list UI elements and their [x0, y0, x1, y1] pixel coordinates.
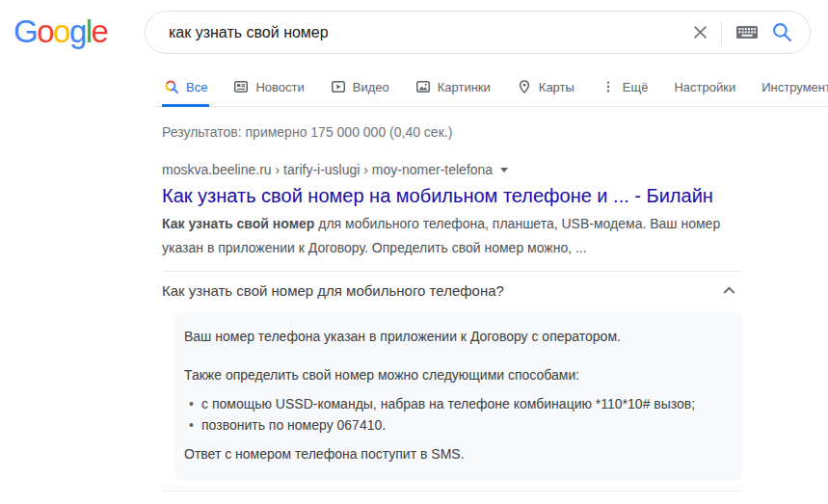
more-dots-icon [601, 79, 616, 94]
answer-bullet-list: с помощью USSD-команды, набрав на телефо… [184, 393, 719, 436]
faq-answer-panel: Ваш номер телефона указан в приложении к… [174, 311, 742, 481]
result-stats: Результатов: примерно 175 000 000 (0,40 … [162, 124, 742, 140]
breadcrumb-text: moskva.beeline.ru › tarify-i-uslugi › mo… [162, 162, 493, 177]
search-result: moskva.beeline.ru › tarify-i-uslugi › mo… [162, 162, 742, 260]
tab-tools[interactable]: Инструменты [761, 80, 828, 94]
answer-paragraph: Также определить свой номер можно следую… [184, 365, 719, 385]
chevron-up-icon[interactable] [722, 283, 736, 298]
tab-label: Картинки [438, 80, 491, 94]
google-logo[interactable]: Google [13, 13, 107, 50]
tab-settings[interactable]: Настройки [674, 80, 735, 94]
faq-item-tablet[interactable]: Как узнать свой номер для планшета? [162, 491, 742, 504]
tab-all[interactable]: Все [164, 79, 207, 94]
tab-label: Инструменты [761, 80, 828, 94]
results-column: Результатов: примерно 175 000 000 (0,40 … [162, 124, 742, 504]
snippet-bold-text: Как узнать свой номер [162, 216, 314, 231]
clear-icon[interactable] [693, 25, 708, 40]
answer-bullet: с помощью USSD-команды, набрав на телефо… [184, 393, 719, 414]
tab-label: Настройки [674, 80, 735, 94]
search-submit-icon[interactable] [772, 22, 792, 42]
tab-label: Видео [353, 80, 389, 94]
search-header: Google [0, 0, 828, 67]
tab-label: Карты [539, 80, 574, 94]
tab-video[interactable]: Видео [331, 79, 389, 94]
answer-paragraph: Ваш номер телефона указан в приложении к… [184, 327, 719, 346]
answer-bullet: позвонить по номеру 067410. [184, 414, 719, 436]
logo-letter: o [53, 13, 69, 50]
breadcrumb-caret-icon[interactable] [500, 168, 508, 172]
logo-letter: o [37, 13, 53, 50]
logo-letter: G [13, 13, 37, 50]
video-icon [331, 79, 346, 94]
results-tabbar: Все Новости Видео Ка [154, 67, 828, 107]
result-title-link[interactable]: Как узнать свой номер на мобильном телеф… [162, 183, 742, 208]
faq-question-text: Как узнать свой номер для мобильного тел… [162, 282, 504, 299]
result-breadcrumb[interactable]: moskva.beeline.ru › tarify-i-uslugi › mo… [162, 162, 742, 177]
colored-search-icon [164, 79, 179, 94]
maps-pin-icon [517, 79, 532, 94]
keyboard-icon[interactable] [735, 24, 759, 40]
search-input[interactable] [169, 24, 693, 41]
images-icon [415, 79, 431, 94]
tab-images[interactable]: Картинки [415, 79, 491, 94]
tab-label: Ещё [623, 80, 649, 94]
faq-item-mobile[interactable]: Как узнать свой номер для мобильного тел… [162, 272, 742, 309]
tab-news[interactable]: Новости [233, 79, 304, 94]
search-box-divider [721, 21, 722, 44]
tab-more[interactable]: Ещё [601, 79, 649, 94]
news-icon [233, 79, 249, 94]
result-snippet: Как узнать свой номер для мобильного тел… [162, 212, 742, 260]
tab-label: Новости [255, 80, 304, 94]
answer-paragraph: Ответ с номером телефона поступит в SMS. [184, 444, 719, 464]
logo-letter: e [92, 13, 108, 50]
search-box[interactable] [145, 11, 811, 54]
tab-label: Все [186, 80, 207, 94]
tab-maps[interactable]: Карты [517, 79, 574, 94]
logo-letter: g [69, 13, 86, 50]
